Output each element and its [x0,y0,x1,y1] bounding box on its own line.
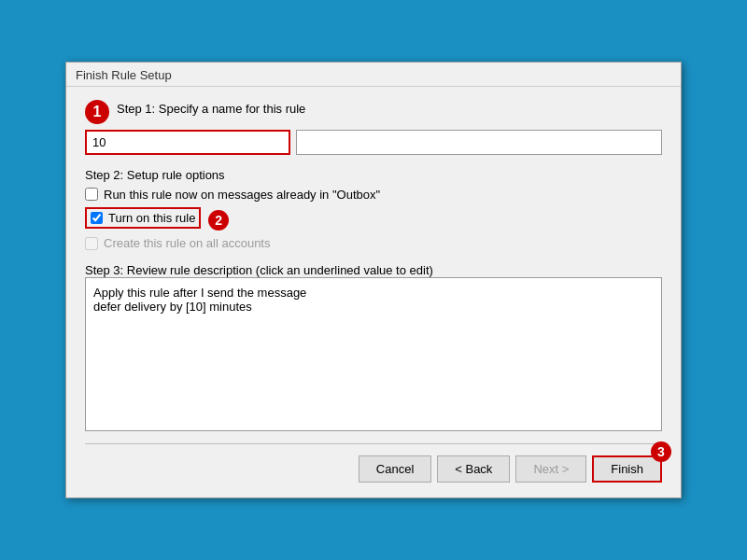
step2-badge: 2 [208,210,229,231]
step1-inputs [85,130,662,155]
turn-on-wrapper: Turn on this rule 2 [85,207,662,231]
step1-header-row: 1 Step 1: Specify a name for this rule [85,102,662,124]
step2-label: Step 2: Setup rule options [85,168,225,182]
finish-button[interactable]: Finish [592,455,662,483]
button-row: Cancel < Back Next > Finish [85,452,662,488]
step3-section: Step 3: Review rule description (click a… [85,263,662,434]
dialog-titlebar: Finish Rule Setup [66,63,681,87]
run-rule-row: Run this rule now on messages already in… [85,188,662,202]
step1-label: Step 1: Specify a name for this rule [117,102,305,116]
step3-label-row: Step 3: Review rule description (click a… [85,263,662,277]
step2-options: Run this rule now on messages already in… [85,188,662,251]
step3-label: Step 3: Review rule description (click a… [85,263,433,277]
finish-rule-dialog: Finish Rule Setup 1 Step 1: Specify a na… [65,62,682,499]
cancel-button[interactable]: Cancel [359,455,431,483]
step1-badge: 1 [85,100,109,124]
dialog-title: Finish Rule Setup [76,68,172,82]
turn-on-label: Turn on this rule [108,211,195,225]
next-button[interactable]: Next > [515,455,586,483]
rule-name-input[interactable] [85,130,290,155]
step3-badge-wrapper: Apply this rule after I send the message… [85,277,662,434]
create-rule-row: Create this rule on all accounts [85,236,662,250]
create-rule-label: Create this rule on all accounts [104,236,270,250]
create-rule-checkbox[interactable] [85,237,98,250]
rule-name-full-input[interactable] [296,130,662,155]
step1-section: 1 Step 1: Specify a name for this rule [85,102,662,155]
run-rule-checkbox[interactable] [85,188,98,201]
step2-label-row: Step 2: Setup rule options [85,168,662,182]
dialog-body: 1 Step 1: Specify a name for this rule S… [66,87,681,498]
rule-description[interactable]: Apply this rule after I send the message… [85,277,662,431]
turn-on-checkbox[interactable] [91,212,103,224]
run-rule-label: Run this rule now on messages already in… [104,188,380,202]
turn-on-row: Turn on this rule [85,207,201,229]
step2-section: Step 2: Setup rule options Run this rule… [85,168,662,251]
divider [85,443,662,444]
back-button[interactable]: < Back [437,455,510,483]
step3-badge: 3 [651,441,671,462]
